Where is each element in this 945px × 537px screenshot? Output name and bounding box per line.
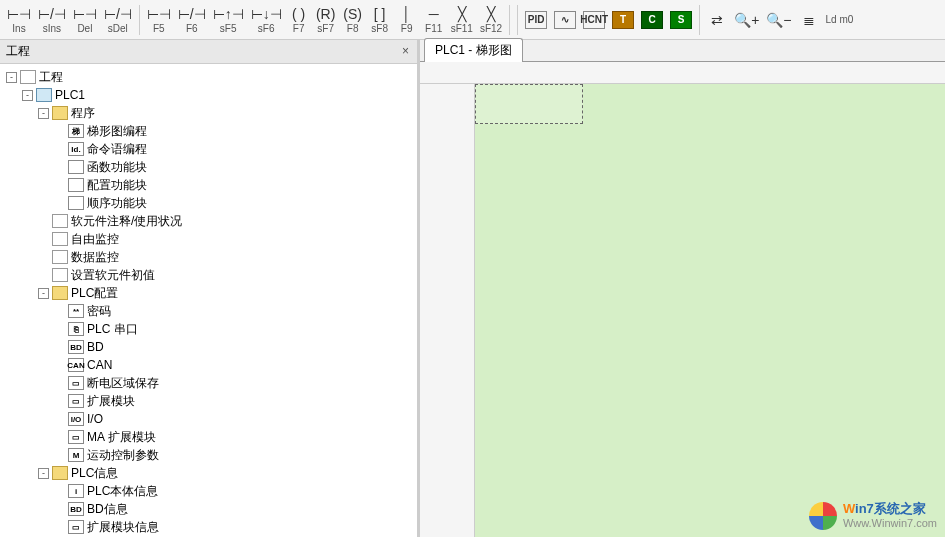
toolbar-btn-sf8[interactable]: [ ]sF8 — [367, 2, 393, 38]
tree-node[interactable]: CANCAN — [2, 356, 415, 374]
node-label: PLC配置 — [71, 285, 118, 302]
toolbar-btn-f11[interactable]: ─F11 — [421, 2, 447, 38]
toolbar-btn-sins[interactable]: ⊢/⊣sIns — [35, 2, 69, 38]
tree-node[interactable]: S顺序功能块 — [2, 194, 415, 212]
block-icon: ∿ — [554, 11, 576, 29]
node-icon — [52, 106, 68, 120]
expander-icon[interactable]: - — [38, 468, 49, 479]
toolbar-ldm[interactable]: Ld m0 — [823, 2, 857, 38]
ladder-symbol-icon: ( ) — [292, 5, 305, 23]
toolbar-btn-sdel[interactable]: ⊢/⊣sDel — [101, 2, 135, 38]
tree-node[interactable]: 梯梯形图编程 — [2, 122, 415, 140]
project-tree[interactable]: -工程-PLC1-程序梯梯形图编程Id.命令语编程C函数功能块T配置功能块S顺序… — [0, 64, 417, 537]
node-label: 密码 — [87, 303, 111, 320]
toolbar-btn-f7[interactable]: ( )F7 — [286, 2, 312, 38]
toolbar-block-s[interactable]: S — [667, 2, 695, 38]
node-label: PLC信息 — [71, 465, 118, 482]
tree-node[interactable]: M运动控制参数 — [2, 446, 415, 464]
node-label: 函数功能块 — [87, 159, 147, 176]
expander-icon[interactable]: - — [22, 90, 33, 101]
tree-node[interactable]: T配置功能块 — [2, 176, 415, 194]
tree-node[interactable]: -PLC1 — [2, 86, 415, 104]
node-icon: ** — [68, 304, 84, 318]
toolbar-block-pid[interactable]: PID — [522, 2, 550, 38]
tree-node[interactable]: ▭扩展模块 — [2, 392, 415, 410]
node-icon: CAN — [68, 358, 84, 372]
toolbar-btn-f9[interactable]: │F9 — [394, 2, 420, 38]
toolbar-tool[interactable]: ⇄ — [704, 2, 730, 38]
tree-node[interactable]: BDBD信息 — [2, 500, 415, 518]
node-label: 运动控制参数 — [87, 447, 159, 464]
tree-node[interactable]: Id.命令语编程 — [2, 140, 415, 158]
toolbar-block-c[interactable]: C — [638, 2, 666, 38]
node-icon: I/O — [68, 412, 84, 426]
tree-node[interactable]: ▭断电区域保存 — [2, 374, 415, 392]
tree-node[interactable]: -PLC配置 — [2, 284, 415, 302]
project-panel: 工程 × -工程-PLC1-程序梯梯形图编程Id.命令语编程C函数功能块T配置功… — [0, 40, 420, 537]
toolbar-btn-del[interactable]: ⊢⊣Del — [70, 2, 100, 38]
toolbar-btn-f6[interactable]: ⊢/⊣F6 — [175, 2, 209, 38]
tab-bar: PLC1 - 梯形图 — [420, 40, 945, 62]
toolbar-block-hcnt[interactable]: HCNT — [580, 2, 608, 38]
expander-icon[interactable]: - — [6, 72, 17, 83]
tree-node[interactable]: ⎘PLC 串口 — [2, 320, 415, 338]
ladder-symbol-icon: ─ — [429, 5, 439, 23]
tab-ladder[interactable]: PLC1 - 梯形图 — [424, 38, 523, 62]
toolbar-btn-f5[interactable]: ⊢⊣F5 — [144, 2, 174, 38]
watermark-title: Win7系统之家 — [843, 501, 937, 516]
node-icon: ▭ — [68, 394, 84, 408]
tree-node[interactable]: BDBD — [2, 338, 415, 356]
toolbar-tool[interactable]: 🔍+ — [731, 2, 762, 38]
selection-cursor[interactable] — [475, 84, 583, 124]
tree-node[interactable]: **密码 — [2, 302, 415, 320]
editor-panel: PLC1 - 梯形图 — [420, 40, 945, 537]
toolbar-btn-sf11[interactable]: ╳sF11 — [448, 2, 476, 38]
toolbar-btn-sf5[interactable]: ⊢↑⊣sF5 — [210, 2, 247, 38]
node-label: BD — [87, 340, 104, 354]
ladder-diagram[interactable] — [420, 62, 945, 537]
tree-node[interactable]: I/OI/O — [2, 410, 415, 428]
node-label: CAN — [87, 358, 112, 372]
toolbar-tool[interactable]: 🔍− — [763, 2, 794, 38]
tree-node[interactable]: ▭扩展模块信息 — [2, 518, 415, 536]
tree-node[interactable]: -PLC信息 — [2, 464, 415, 482]
toolbar-btn-f8[interactable]: (S)F8 — [340, 2, 366, 38]
toolbar-block-∿[interactable]: ∿ — [551, 2, 579, 38]
tree-node[interactable]: 软元件注释/使用状况 — [2, 212, 415, 230]
expander-icon[interactable]: - — [38, 288, 49, 299]
toolbar-btn-sf7[interactable]: (R)sF7 — [313, 2, 339, 38]
ladder-symbol-icon: │ — [402, 5, 411, 23]
node-label: 程序 — [71, 105, 95, 122]
tree-node[interactable]: -程序 — [2, 104, 415, 122]
toolbar-btn-sf6[interactable]: ⊢↓⊣sF6 — [248, 2, 285, 38]
tree-node[interactable]: -工程 — [2, 68, 415, 86]
tree-node[interactable]: 设置软元件初值 — [2, 266, 415, 284]
block-icon: S — [670, 11, 692, 29]
ladder-symbol-icon: ⊢/⊣ — [38, 5, 66, 23]
block-icon: PID — [525, 11, 547, 29]
block-icon: T — [612, 11, 634, 29]
node-label: 软元件注释/使用状况 — [71, 213, 182, 230]
node-label: 扩展模块信息 — [87, 519, 159, 536]
ladder-symbol-icon: ⊢/⊣ — [104, 5, 132, 23]
expander-icon[interactable]: - — [38, 108, 49, 119]
toolbar-btn-ins[interactable]: ⊢⊣Ins — [4, 2, 34, 38]
node-label: I/O — [87, 412, 103, 426]
node-label: 顺序功能块 — [87, 195, 147, 212]
tree-node[interactable]: 自由监控 — [2, 230, 415, 248]
watermark: Win7系统之家 Www.Winwin7.com — [809, 501, 937, 531]
ladder-symbol-icon: ╳ — [487, 5, 495, 23]
toolbar-tool[interactable]: ≣ — [796, 2, 822, 38]
panel-title-bar: 工程 × — [0, 40, 417, 64]
close-icon[interactable]: × — [400, 46, 411, 57]
ladder-symbol-icon: [ ] — [374, 5, 386, 23]
node-icon: ⎘ — [68, 322, 84, 336]
tool-icon: 🔍− — [766, 11, 791, 29]
ladder-body[interactable] — [475, 84, 945, 537]
tree-node[interactable]: 数据监控 — [2, 248, 415, 266]
tree-node[interactable]: iPLC本体信息 — [2, 482, 415, 500]
toolbar-btn-sf12[interactable]: ╳sF12 — [477, 2, 505, 38]
tree-node[interactable]: ▭MA 扩展模块 — [2, 428, 415, 446]
toolbar-block-t[interactable]: T — [609, 2, 637, 38]
tree-node[interactable]: C函数功能块 — [2, 158, 415, 176]
